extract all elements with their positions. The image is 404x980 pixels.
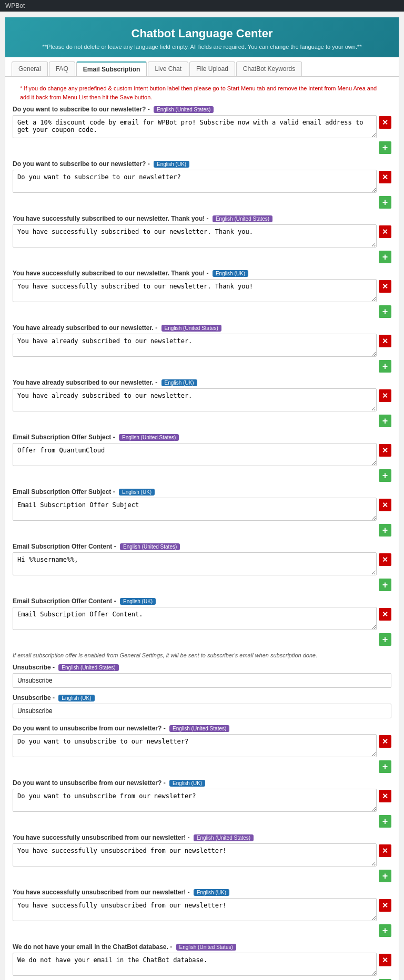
tab-faq[interactable]: FAQ	[49, 61, 75, 76]
textarea-already-subscribed-us[interactable]	[13, 334, 377, 357]
field-group-offer-content-us: Email Subscription Offer Content - Engli…	[13, 543, 391, 591]
add-row-newsletter-subscribe-uk: +	[13, 195, 391, 209]
input-row-offer-subject-uk: ✕	[13, 498, 391, 521]
textarea-offer-content-us[interactable]	[13, 552, 377, 575]
lang-badge-offer-subject-uk: English (UK)	[119, 489, 155, 496]
field-label-successfully-subscribed-uk: You have successfully subscribed to our …	[13, 270, 391, 277]
add-button-offer-subject-us[interactable]: +	[379, 469, 391, 482]
lang-badge-do-unsubscribe-uk: English (UK)	[169, 780, 205, 787]
input-row-successfully-subscribed-us: ✕	[13, 224, 391, 247]
tab-file-upload[interactable]: File Upload	[189, 61, 235, 76]
add-button-newsletter-subscribe-us[interactable]: +	[379, 141, 391, 154]
textarea-newsletter-subscribe-us[interactable]	[13, 115, 377, 138]
textarea-successfully-subscribed-uk[interactable]	[13, 279, 377, 302]
remove-button-already-subscribed-uk[interactable]: ✕	[379, 389, 391, 402]
wpbot-label: WPBot	[5, 2, 25, 9]
remove-button-already-subscribed-us[interactable]: ✕	[379, 335, 391, 347]
content-area: * If you do change any predefined & cust…	[5, 77, 399, 980]
lang-badge-successfully-subscribed-us: English (United States)	[213, 215, 272, 222]
textarea-success-unsubscribed-uk[interactable]	[13, 898, 377, 921]
tab-general[interactable]: General	[12, 61, 48, 76]
textarea-offer-subject-uk[interactable]	[13, 498, 377, 521]
input-row-success-unsubscribed-us: ✕	[13, 843, 391, 866]
input-unsubscribe-us[interactable]	[13, 673, 391, 688]
add-button-newsletter-subscribe-uk[interactable]: +	[379, 196, 391, 209]
add-button-successfully-subscribed-uk[interactable]: +	[379, 305, 391, 318]
remove-button-success-unsubscribed-us[interactable]: ✕	[379, 844, 391, 857]
textarea-do-unsubscribe-uk[interactable]	[13, 789, 377, 812]
field-label-do-unsubscribe-us: Do you want to unsubscribe from our news…	[13, 725, 391, 732]
add-row-success-unsubscribed-uk: +	[13, 923, 391, 937]
lang-badge-newsletter-subscribe-us: English (United States)	[154, 106, 214, 113]
remove-button-newsletter-subscribe-us[interactable]: ✕	[379, 116, 391, 129]
input-row-already-subscribed-us: ✕	[13, 334, 391, 357]
input-row-no-email-us: ✕	[13, 953, 391, 976]
add-row-offer-content-uk: +	[13, 632, 391, 646]
field-label-already-subscribed-uk: You have already subscribed to our newsl…	[13, 379, 391, 386]
input-row-newsletter-subscribe-uk: ✕	[13, 170, 391, 193]
tabs-bar: GeneralFAQEmail SubscriptionLive ChatFil…	[5, 57, 399, 77]
field-group-successfully-subscribed-us: You have successfully subscribed to our …	[13, 215, 391, 263]
add-button-successfully-subscribed-us[interactable]: +	[379, 251, 391, 263]
add-row-successfully-subscribed-us: +	[13, 250, 391, 263]
remove-button-offer-subject-uk[interactable]: ✕	[379, 499, 391, 511]
add-button-offer-content-uk[interactable]: +	[379, 633, 391, 646]
field-label-no-email-us: We do not have your email in the ChatBot…	[13, 943, 391, 951]
remove-button-newsletter-subscribe-uk[interactable]: ✕	[379, 171, 391, 183]
unsubscribe-container: Unsubscribe - English (United States)Uns…	[13, 664, 391, 980]
tab-email-subscription[interactable]: Email Subscription	[76, 61, 147, 76]
field-label-newsletter-subscribe-us: Do you want to subscribe to our newslett…	[13, 106, 391, 113]
input-row-offer-subject-us: ✕	[13, 443, 391, 466]
lang-badge-unsubscribe-us: English (United States)	[58, 664, 118, 671]
lang-badge-successfully-subscribed-uk: English (UK)	[213, 270, 248, 277]
tab-live-chat[interactable]: Live Chat	[148, 61, 188, 76]
textarea-no-email-us[interactable]	[13, 953, 377, 976]
add-button-offer-subject-uk[interactable]: +	[379, 524, 391, 537]
field-group-no-email-us: We do not have your email in the ChatBot…	[13, 943, 391, 980]
field-label-offer-content-us: Email Subscription Offer Content - Engli…	[13, 543, 391, 550]
fields-container: Do you want to subscribe to our newslett…	[13, 106, 391, 646]
remove-button-successfully-subscribed-uk[interactable]: ✕	[379, 280, 391, 293]
field-label-already-subscribed-us: You have already subscribed to our newsl…	[13, 324, 391, 332]
input-row-do-unsubscribe-uk: ✕	[13, 789, 391, 812]
lang-badge-success-unsubscribed-uk: English (UK)	[194, 889, 229, 896]
remove-button-success-unsubscribed-uk[interactable]: ✕	[379, 899, 391, 912]
input-unsubscribe-uk[interactable]	[13, 704, 391, 718]
add-row-offer-content-us: +	[13, 577, 391, 591]
lang-badge-offer-subject-us: English (United States)	[119, 434, 179, 441]
textarea-do-unsubscribe-us[interactable]	[13, 734, 377, 757]
textarea-success-unsubscribed-us[interactable]	[13, 843, 377, 866]
remove-button-offer-subject-us[interactable]: ✕	[379, 444, 391, 457]
textarea-successfully-subscribed-us[interactable]	[13, 224, 377, 247]
add-button-already-subscribed-uk[interactable]: +	[379, 415, 391, 427]
add-button-success-unsubscribed-uk[interactable]: +	[379, 924, 391, 937]
textarea-offer-subject-us[interactable]	[13, 443, 377, 466]
add-button-do-unsubscribe-uk[interactable]: +	[379, 815, 391, 828]
lang-badge-already-subscribed-us: English (United States)	[161, 325, 221, 332]
input-row-offer-content-uk: ✕	[13, 607, 391, 630]
add-button-offer-content-us[interactable]: +	[379, 579, 391, 591]
remove-button-do-unsubscribe-uk[interactable]: ✕	[379, 790, 391, 802]
field-label-success-unsubscribed-uk: You have successfully unsubscribed from …	[13, 889, 391, 896]
field-group-do-unsubscribe-uk: Do you want to unsubscribe from our news…	[13, 779, 391, 828]
input-row-newsletter-subscribe-us: ✕	[13, 115, 391, 138]
warning-text: * If you do change any predefined & cust…	[13, 80, 391, 106]
add-row-already-subscribed-us: +	[13, 359, 391, 373]
textarea-newsletter-subscribe-uk[interactable]	[13, 170, 377, 193]
field-group-already-subscribed-uk: You have already subscribed to our newsl…	[13, 379, 391, 427]
add-row-success-unsubscribed-us: +	[13, 869, 391, 882]
textarea-already-subscribed-uk[interactable]	[13, 388, 377, 411]
add-row-do-unsubscribe-uk: +	[13, 814, 391, 828]
remove-button-offer-content-us[interactable]: ✕	[379, 553, 391, 566]
remove-button-no-email-us[interactable]: ✕	[379, 954, 391, 966]
input-row-do-unsubscribe-us: ✕	[13, 734, 391, 757]
add-button-success-unsubscribed-us[interactable]: +	[379, 870, 391, 882]
remove-button-offer-content-uk[interactable]: ✕	[379, 608, 391, 621]
remove-button-do-unsubscribe-us[interactable]: ✕	[379, 735, 391, 748]
lang-badge-unsubscribe-uk: English (UK)	[58, 695, 94, 702]
remove-button-successfully-subscribed-us[interactable]: ✕	[379, 225, 391, 238]
textarea-offer-content-uk[interactable]	[13, 607, 377, 630]
add-button-do-unsubscribe-us[interactable]: +	[379, 760, 391, 773]
tab-chatbot-keywords[interactable]: ChatBot Keywords	[236, 61, 302, 76]
add-button-already-subscribed-us[interactable]: +	[379, 360, 391, 373]
